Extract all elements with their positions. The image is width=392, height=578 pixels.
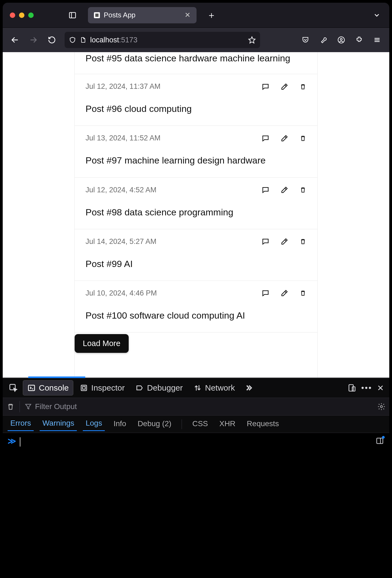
post-title: Post #98 data science programming [86,206,306,218]
back-button[interactable] [8,33,22,47]
browser-tab[interactable]: Posts App ✕ [88,7,197,23]
post-date: Jul 12, 2024, 4:52 AM [86,186,156,194]
delete-button[interactable] [299,186,306,194]
post-item: Jul 12, 2024, 4:52 AM Post #98 data scie… [75,178,317,229]
comment-button[interactable] [261,289,270,297]
console-settings-button[interactable] [377,403,385,411]
divider [20,401,20,412]
svg-rect-13 [81,385,87,391]
console-output[interactable]: ≫ [3,433,389,573]
app-menu-button[interactable] [370,33,384,47]
bookmark-star-button[interactable] [248,36,256,44]
tabs-overflow-button[interactable] [373,11,381,19]
svg-marker-19 [26,404,31,409]
chip-errors[interactable]: Errors [8,417,34,431]
devtools-panel: Console Inspector Debugger Network ••• ✕ [3,378,389,573]
account-button[interactable] [334,33,349,47]
window-controls [10,12,34,18]
post-actions [261,83,306,91]
filter-output-input[interactable]: Filter Output [25,402,372,411]
tab-close-button[interactable]: ✕ [185,11,191,19]
devtools-close-button[interactable]: ✕ [377,383,384,393]
extensions-button[interactable] [352,33,366,47]
responsive-mode-button[interactable] [347,384,356,392]
devtools-tab-console[interactable]: Console [23,380,73,395]
load-more-button[interactable]: Load More [75,334,129,353]
maximize-window-button[interactable] [28,12,34,18]
post-title: Post #97 machine learning design hardwar… [86,154,306,166]
devtools-tab-inspector[interactable]: Inspector [75,381,129,395]
console-category-chips: Errors Warnings Logs Info Debug (2) CSS … [3,416,389,433]
chip-requests[interactable]: Requests [244,418,282,431]
close-window-button[interactable] [10,12,15,18]
svg-rect-18 [352,387,355,391]
devtools-tab-network[interactable]: Network [189,381,239,395]
post-title: Post #99 AI [86,258,306,270]
comment-button[interactable] [261,83,270,91]
toggle-sidebar-button[interactable] [376,437,384,445]
clear-console-button[interactable] [7,403,15,411]
delete-button[interactable] [299,134,306,142]
minimize-window-button[interactable] [19,12,24,18]
devtools-button[interactable] [316,33,331,47]
pocket-button[interactable] [298,33,313,47]
post-actions [261,289,306,297]
inspector-icon [80,384,88,392]
reload-button[interactable] [45,33,59,47]
devtools-tab-label: Inspector [91,383,125,392]
post-title: Post #95 data science hardware machine l… [86,52,306,64]
delete-button[interactable] [299,289,306,297]
post-item: Jul 10, 2024, 4:46 PM Post #100 software… [75,281,317,332]
edit-button[interactable] [280,83,289,91]
delete-button[interactable] [299,237,306,246]
post-date: Jul 10, 2024, 4:46 PM [86,289,157,297]
chip-debug[interactable]: Debug (2) [135,418,174,431]
comment-button[interactable] [261,134,270,142]
delete-button[interactable] [299,83,306,91]
chip-xhr[interactable]: XHR [217,418,238,431]
comment-button[interactable] [261,186,270,194]
chip-info[interactable]: Info [111,418,129,431]
filter-placeholder: Filter Output [35,402,77,411]
post-date: Jul 13, 2024, 11:52 AM [86,134,160,142]
chip-logs[interactable]: Logs [83,417,105,431]
tab-favicon-icon [94,12,100,18]
devtools-more-tabs-button[interactable] [241,381,256,395]
devtools-menu-button[interactable]: ••• [361,383,372,392]
funnel-icon [25,403,32,410]
divider [182,419,182,429]
edit-button[interactable] [280,289,289,297]
svg-point-20 [380,406,382,408]
browser-toolbar: localhost:5173 [3,28,389,52]
post-item: Jul 13, 2024, 11:52 AM Post #97 machine … [75,126,317,177]
page-info-icon [80,36,86,44]
url-bar[interactable]: localhost:5173 [65,32,260,48]
post-date: Jul 12, 2024, 11:37 AM [86,82,160,91]
post-actions [261,186,306,194]
edit-button[interactable] [280,134,289,142]
pick-element-button[interactable] [6,381,21,395]
debugger-icon [135,384,144,392]
edit-button[interactable] [280,186,289,194]
forward-button[interactable] [26,33,41,47]
svg-rect-17 [349,385,353,391]
post-actions [261,134,306,142]
network-icon [194,384,202,392]
edit-button[interactable] [280,237,289,246]
post-item: Post #95 data science hardware machine l… [75,52,317,74]
devtools-tab-label: Console [39,383,69,392]
post-title: Post #96 cloud computing [86,103,306,115]
new-tab-button[interactable]: ＋ [207,9,216,21]
console-cursor [20,437,20,447]
post-item: Jul 12, 2024, 11:37 AM Post #96 cloud co… [75,74,317,126]
comment-button[interactable] [261,237,270,246]
sidebar-toggle-icon[interactable] [68,11,77,19]
svg-marker-4 [249,37,255,43]
devtools-tab-debugger[interactable]: Debugger [131,381,187,395]
chip-warnings[interactable]: Warnings [40,417,77,431]
shield-icon [69,36,76,43]
chip-css[interactable]: CSS [189,418,211,431]
page-content: Post #95 data science hardware machine l… [3,52,389,378]
devtools-loading-indicator [28,376,85,378]
window-titlebar: Posts App ✕ ＋ [3,3,389,28]
